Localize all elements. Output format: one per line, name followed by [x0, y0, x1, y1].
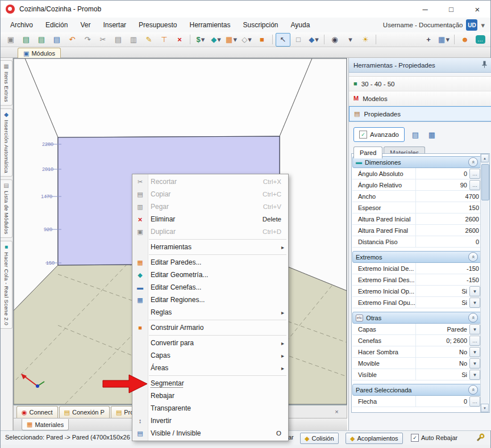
select-tool-button[interactable]: ↖	[276, 33, 290, 47]
dropdown-button[interactable]: ▾	[469, 298, 480, 308]
ellipsis-button[interactable]: …	[469, 336, 480, 346]
prop-row-distancia-piso[interactable]: Distancia Piso 0	[352, 236, 481, 248]
menu-item-editar-paredes[interactable]: ▦ Editar Paredes...	[132, 256, 288, 269]
nav-item-propiedades[interactable]: ▤ Propiedades	[349, 106, 491, 122]
sidebar-tab-itens-extras[interactable]: ▦ Itens Extras	[1, 60, 13, 106]
view-button[interactable]: ◉	[327, 33, 342, 47]
menu-ver[interactable]: Ver	[74, 19, 97, 31]
scrollbar-thumb[interactable]	[481, 164, 489, 200]
menu-presupuesto[interactable]: Presupuesto	[132, 19, 183, 31]
minimize-button[interactable]: ─	[412, 1, 438, 18]
tab-connect[interactable]: ◉ Connect	[16, 406, 58, 418]
dropdown-button[interactable]: ▾	[469, 370, 480, 380]
prop-row-extremo-inicial-op[interactable]: Extremo Inicial Op... Si ▾	[352, 286, 481, 297]
menu-ayuda[interactable]: Ayuda	[285, 19, 317, 31]
sidebar-tab-hacer-cola[interactable]: ■ Hacer Cola - Real Scene 2.0	[1, 241, 13, 329]
menu-item-duplicar[interactable]: ▣ Duplicar Ctrl+D	[132, 225, 288, 238]
menu-herramientas[interactable]: Herramientas	[183, 19, 236, 31]
colision-button[interactable]: ◆ Colisión	[300, 433, 339, 444]
prop-row-visible[interactable]: Visíble Si ▾	[352, 369, 481, 380]
prop-row-flecha[interactable]: Flecha 0 …	[352, 396, 481, 407]
tab-pared[interactable]: Pared	[353, 146, 382, 158]
menu-edicion[interactable]: Edición	[39, 19, 74, 31]
section-header-pared-seleccionada[interactable]: Pared Seleccionada «	[352, 384, 481, 396]
ellipsis-button[interactable]: …	[469, 396, 480, 407]
prop-row-cenefas[interactable]: Cenefas 0; 2600 …	[352, 335, 481, 346]
menu-item-herramientas[interactable]: Herramientas ▸	[132, 241, 288, 253]
prop-row-espesor[interactable]: Espesor 150	[352, 202, 481, 213]
close-panel-button[interactable]: ×	[332, 408, 341, 416]
ellipsis-button[interactable]: …	[469, 180, 480, 190]
prop-row-movible[interactable]: Movible No ▾	[352, 358, 481, 369]
menu-item-editar-regiones[interactable]: ▦ Editar Regiones...	[132, 294, 288, 306]
menu-item-segmentar[interactable]: Segmentar	[132, 377, 288, 390]
prop-row-ancho[interactable]: Ancho 4700	[352, 191, 481, 202]
ellipsis-button[interactable]: …	[469, 169, 480, 179]
dropdown-button[interactable]: ▾	[469, 324, 480, 334]
menu-item-invertir[interactable]: ↕ Invertir	[132, 414, 288, 427]
advanced-button[interactable]: ✓ Avanzado	[353, 127, 405, 142]
menu-item-editar-cenefas[interactable]: ▬ Editar Cenefas...	[132, 281, 288, 294]
light-button[interactable]: ☀	[358, 33, 373, 47]
prop-row-altura-pared-inicial[interactable]: Altura Pared Inicial 2600	[352, 213, 481, 225]
auto-rebajar-toggle[interactable]: ✓ Auto Rebajar	[411, 433, 457, 443]
brush-button[interactable]: ✎	[142, 33, 156, 47]
menu-item-reglas[interactable]: Reglas ▸	[132, 306, 288, 319]
tools-icon[interactable]	[476, 433, 485, 443]
prop-row-hacer-sombra[interactable]: Hacer Sombra No ▾	[352, 346, 481, 358]
menu-item-convertir-para[interactable]: Convertir para ▸	[132, 337, 288, 349]
copy-button[interactable]: ▤	[111, 33, 126, 47]
acoplamientos-button[interactable]: ◆ Acoplamientos	[346, 433, 403, 444]
ceiling[interactable]	[25, 58, 312, 137]
prop-row-extremo-inicial-de[interactable]: Extremo Inicial De... -150	[352, 263, 481, 274]
module-button[interactable]: ■	[255, 33, 269, 47]
close-button[interactable]: ×	[464, 1, 490, 18]
nav-item-modelos[interactable]: M Modelos	[349, 91, 491, 106]
export-button[interactable]: ▤	[49, 33, 64, 47]
guides-button[interactable]: ⊤	[157, 33, 172, 47]
tab-modulos[interactable]: ▣ Módulos	[18, 48, 61, 58]
menu-item-eliminar[interactable]: × Eliminar Delete	[132, 213, 288, 225]
menu-item-capas[interactable]: Capas ▸	[132, 349, 288, 362]
collapse-button[interactable]: «	[468, 157, 478, 167]
scroll-down-button[interactable]: ▼	[481, 404, 489, 412]
dropdown-button[interactable]: ▾	[469, 286, 480, 296]
delete-button[interactable]: ×	[172, 33, 187, 47]
redo-button[interactable]: ↷	[80, 33, 95, 47]
undo-button[interactable]: ↶	[65, 33, 80, 47]
user-account-button[interactable]: ☻	[457, 33, 472, 47]
dropdown-button[interactable]: ▾	[469, 347, 480, 357]
budget-button[interactable]: $▾	[193, 33, 208, 47]
paste-button[interactable]: ▥	[126, 33, 141, 47]
checkbox-icon[interactable]: ✓	[411, 434, 419, 442]
menu-item-areas[interactable]: Áreas ▸	[132, 362, 288, 374]
shapes-button[interactable]: ◇▾	[239, 33, 254, 47]
user-avatar[interactable]: UD	[466, 19, 477, 31]
collapse-button[interactable]: «	[468, 385, 478, 395]
tab-conexion-p[interactable]: ▤ Conexión P	[59, 406, 110, 418]
chat-button[interactable]: …	[473, 33, 488, 47]
nav-item-30-40-50[interactable]: ■ 30 - 40 - 50	[349, 77, 491, 91]
menu-insertar[interactable]: Insertar	[97, 19, 132, 31]
print-button[interactable]: ▤	[34, 33, 49, 47]
collapse-button[interactable]: «	[468, 313, 478, 323]
materials-button[interactable]: ◆▾	[209, 33, 223, 47]
prop-row-altura-pared-final[interactable]: Altura Pared Final 2600	[352, 225, 481, 236]
menu-item-visible-invisible[interactable]: ▤ Visible / Invisible O	[132, 427, 288, 439]
prop-row-capas[interactable]: Capas Parede ▾	[352, 324, 481, 335]
scroll-up-button[interactable]: ▲	[481, 154, 489, 162]
render-button[interactable]: ▤	[19, 33, 34, 47]
prop-row-extremo-final-opu[interactable]: Extremo Final Opu... Si ▾	[352, 297, 481, 308]
menu-item-pegar[interactable]: ▥ Pegar Ctrl+V	[132, 200, 288, 213]
view-options-button[interactable]: ▾	[343, 33, 357, 47]
colors-button[interactable]: ▦▾	[224, 33, 239, 47]
user-area[interactable]: Username - Documentação UD ▾	[383, 19, 490, 31]
view-list-button[interactable]: ▤	[410, 129, 421, 140]
section-header-otras[interactable]: etc Otras «	[352, 312, 481, 324]
menu-item-construir-armario[interactable]: ■ Construir Armario	[132, 321, 288, 334]
menu-item-copiar[interactable]: ▤ Copiar Ctrl+C	[132, 188, 288, 200]
panel-scrollbar[interactable]: ▲ ▼	[480, 154, 489, 412]
prop-row-extremo-final-des[interactable]: Extremo Final Des... -150	[352, 274, 481, 286]
collapse-button[interactable]: «	[468, 252, 478, 262]
menu-suscripcion[interactable]: Suscripción	[237, 19, 285, 31]
